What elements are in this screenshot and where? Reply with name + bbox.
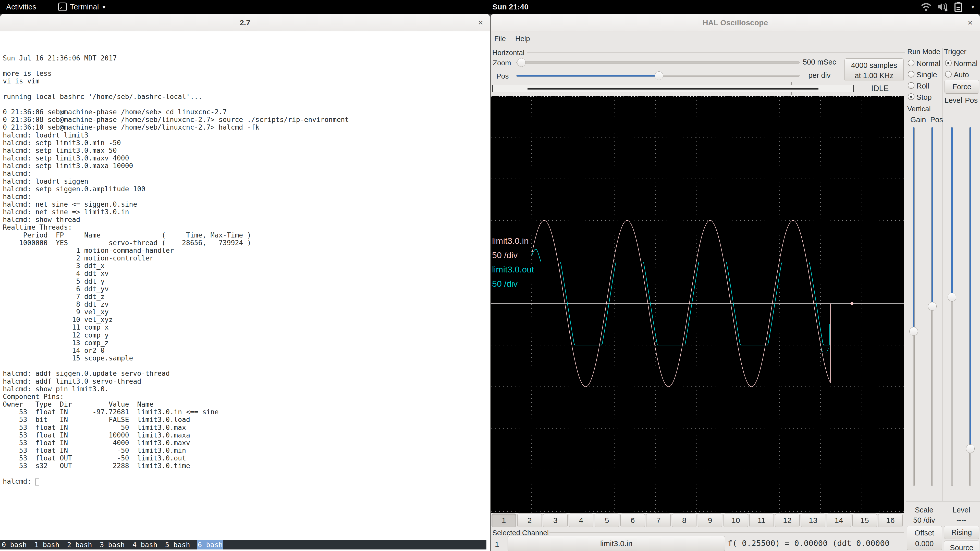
close-icon[interactable]: ×	[967, 14, 973, 32]
terminal-window: 2.7 × Sun Jul 16 21:36:06 MDT 2017 more …	[0, 14, 490, 551]
channel-button-14[interactable]: 14	[827, 513, 851, 527]
tab-1-bash[interactable]: 1 bash	[34, 540, 60, 549]
tab-6-bash-active[interactable]: 6 bash	[197, 540, 223, 549]
trigger-label-auto[interactable]: Auto	[954, 71, 969, 79]
runmode-radio-stop[interactable]	[908, 94, 915, 100]
record-progress-fill	[528, 88, 818, 89]
per-div-value: 500 mSec	[794, 58, 845, 66]
terminal-output[interactable]: Sun Jul 16 21:36:06 MDT 2017 more is les…	[3, 54, 349, 485]
trigger-level-handle[interactable]	[948, 293, 956, 302]
zoom-slider[interactable]	[516, 62, 800, 64]
vertical-pos-handle[interactable]	[928, 302, 937, 311]
battery-icon	[955, 2, 962, 12]
channel-button-10[interactable]: 10	[724, 513, 748, 527]
record-progress-bar	[492, 85, 854, 92]
trigger-label-normal[interactable]: Normal	[954, 59, 977, 68]
trigger-level-slider[interactable]	[951, 127, 953, 486]
selected-channel-name-button[interactable]: limit3.0.in	[508, 536, 725, 551]
channel-button-3[interactable]: 3	[543, 513, 568, 527]
rising-button[interactable]: Rising	[944, 526, 979, 539]
gain-slider-handle[interactable]	[909, 327, 918, 336]
trigger-pos-slider-label: Pos	[965, 96, 978, 105]
runmode-label-stop[interactable]: Stop	[916, 93, 932, 102]
scope-waveform-plot	[491, 96, 904, 513]
terminal-titlebar[interactable]: 2.7 ×	[0, 14, 490, 32]
tab-5-bash[interactable]: 5 bash	[165, 540, 191, 549]
samples-button[interactable]: 4000 samples at 1.00 KHz	[845, 59, 904, 81]
samples-line1: 4000 samples	[845, 60, 904, 70]
terminal-cursor	[35, 478, 39, 486]
menu-file[interactable]: File	[494, 32, 506, 46]
close-icon[interactable]: ×	[478, 14, 483, 32]
trigger-source-button[interactable]: Source None	[944, 540, 979, 551]
channel-button-13[interactable]: 13	[801, 513, 825, 527]
runmode-label-single[interactable]: Single	[916, 71, 937, 79]
bottom-panel-line	[906, 501, 980, 502]
channel-button-8[interactable]: 8	[672, 513, 697, 527]
runmode-label-normal[interactable]: Normal	[916, 59, 940, 68]
hal-titlebar[interactable]: HAL Oscilloscope ×	[491, 14, 980, 32]
screen-tab-bar: 0 bash 1 bash 2 bash 3 bash 4 bash 5 bas…	[0, 540, 487, 549]
channel-button-12[interactable]: 12	[775, 513, 800, 527]
horizontal-pos-handle[interactable]	[655, 71, 663, 80]
runmode-radio-single[interactable]	[908, 71, 915, 78]
zoom-slider-handle[interactable]	[517, 58, 526, 67]
channel1-scale-label: 50 /div	[492, 250, 517, 260]
channel2-name-label: limit3.0.out	[492, 265, 534, 275]
horizontal-group-label: Horizontal	[492, 49, 525, 57]
trigger-pos-fill	[969, 127, 971, 449]
tab-3-bash[interactable]: 3 bash	[99, 540, 125, 549]
activities-button[interactable]: Activities	[6, 0, 36, 14]
clock[interactable]: Sun 21:40	[480, 0, 541, 14]
source-label: Source	[944, 542, 979, 551]
system-status-area[interactable]: ▼	[921, 0, 975, 14]
samples-line2: at 1.00 KHz	[845, 70, 904, 81]
trigger-level-fill	[951, 127, 953, 297]
wifi-icon	[921, 2, 932, 11]
trigger-radio-normal[interactable]	[945, 60, 952, 66]
tab-4-bash[interactable]: 4 bash	[132, 540, 158, 549]
terminal-app-menu[interactable]: Terminal▼	[58, 0, 107, 14]
tab-0-bash[interactable]: 0 bash	[1, 540, 27, 549]
vertical-pos-slider[interactable]	[931, 127, 933, 486]
vertical-group-label: Vertical	[907, 105, 931, 113]
trigger-pos-slider[interactable]	[969, 127, 971, 486]
gain-slider[interactable]	[913, 127, 915, 486]
menu-help[interactable]: Help	[515, 32, 530, 46]
channel-button-4[interactable]: 4	[569, 513, 593, 527]
force-button[interactable]: Force	[945, 80, 979, 94]
horizontal-pos-slider[interactable]	[516, 75, 800, 77]
hal-menubar: File Help	[491, 32, 980, 46]
vertical-pos-slider-label: Pos	[930, 116, 943, 124]
channel-button-2[interactable]: 2	[517, 513, 542, 527]
runmode-radio-roll[interactable]	[908, 82, 915, 89]
per-div-label: per div	[794, 71, 845, 79]
trigger-radio-auto[interactable]	[945, 71, 952, 78]
runmode-label-roll[interactable]: Roll	[916, 82, 929, 90]
runmode-radio-normal[interactable]	[908, 60, 915, 66]
scale-label: Scale	[907, 506, 942, 514]
offset-button[interactable]: Offset 0.000	[907, 526, 942, 550]
channel-button-9[interactable]: 9	[698, 513, 722, 527]
channel-button-11[interactable]: 11	[749, 513, 774, 527]
trigger-pos-handle[interactable]	[966, 445, 975, 453]
capture-status: IDLE	[858, 82, 902, 95]
channel-button-15[interactable]: 15	[853, 513, 877, 527]
channel2-scale-label: 50 /div	[492, 279, 517, 289]
channel-button-6[interactable]: 6	[620, 513, 645, 527]
run-mode-group-label: Run Mode	[907, 48, 940, 56]
scope-screen[interactable]: limit3.0.in 50 /div limit3.0.out 50 /div	[491, 96, 904, 513]
channel-button-5[interactable]: 5	[595, 513, 619, 527]
trigger-level-readout-label: Level	[944, 506, 979, 514]
zoom-slider-label: Zoom	[493, 59, 511, 67]
vertical-pos-fill	[932, 127, 933, 306]
channel-button-16[interactable]: 16	[878, 513, 903, 527]
channel-button-7[interactable]: 7	[646, 513, 671, 527]
channel-button-1[interactable]: 1	[492, 513, 516, 527]
tab-2-bash[interactable]: 2 bash	[67, 540, 93, 549]
terminal-window-title: 2.7	[0, 14, 490, 32]
trigger-level-readout-value: ----	[944, 516, 979, 524]
terminal-icon	[58, 3, 67, 11]
caret-down-icon: ▼	[101, 0, 107, 14]
volume-muted-icon	[937, 2, 949, 12]
